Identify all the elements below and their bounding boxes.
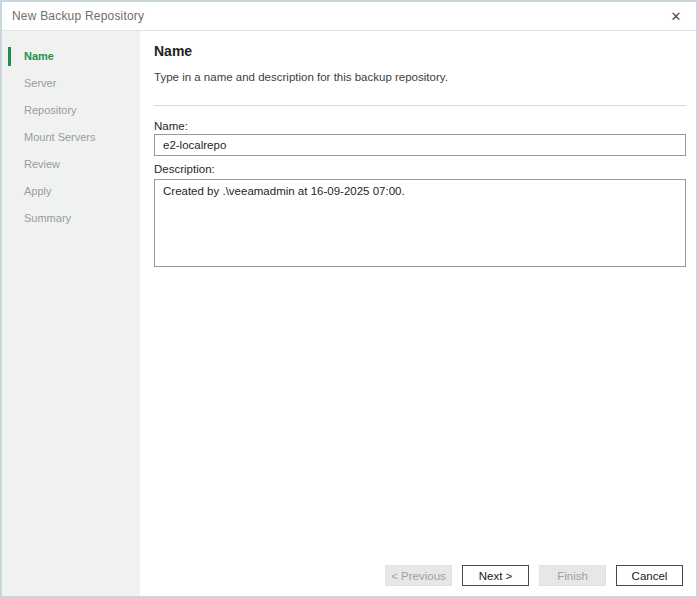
new-backup-repository-dialog: New Backup Repository ✕ Name Server Repo…	[0, 0, 698, 598]
wizard-buttons: < Previous Next > Finish Cancel	[385, 565, 683, 586]
wizard-steps-sidebar: Name Server Repository Mount Servers Rev…	[2, 31, 140, 596]
close-icon[interactable]: ✕	[664, 5, 688, 27]
sidebar-item-mount-servers[interactable]: Mount Servers	[2, 124, 140, 151]
sidebar-item-label: Review	[24, 158, 60, 170]
previous-button[interactable]: < Previous	[385, 565, 452, 586]
window-title: New Backup Repository	[12, 9, 144, 23]
sidebar-item-apply[interactable]: Apply	[2, 178, 140, 205]
sidebar-item-label: Summary	[24, 212, 71, 224]
sidebar-item-review[interactable]: Review	[2, 151, 140, 178]
cancel-button[interactable]: Cancel	[616, 565, 683, 586]
next-button[interactable]: Next >	[462, 565, 529, 586]
description-field-label: Description:	[154, 163, 215, 175]
sidebar-item-name[interactable]: Name	[2, 43, 140, 70]
sidebar-item-label: Server	[24, 77, 56, 89]
sidebar-item-repository[interactable]: Repository	[2, 97, 140, 124]
active-step-indicator	[8, 47, 11, 66]
titlebar: New Backup Repository ✕	[2, 2, 696, 31]
sidebar-item-label: Mount Servers	[24, 131, 96, 143]
finish-button[interactable]: Finish	[539, 565, 606, 586]
sidebar-item-label: Name	[24, 50, 54, 62]
repository-name-input[interactable]	[154, 134, 686, 156]
sidebar-item-summary[interactable]: Summary	[2, 205, 140, 232]
page-title: Name	[154, 43, 192, 59]
sidebar-item-server[interactable]: Server	[2, 70, 140, 97]
page-subtitle: Type in a name and description for this …	[154, 71, 448, 83]
dialog-body: Name Server Repository Mount Servers Rev…	[2, 31, 696, 596]
wizard-content: Name Type in a name and description for …	[140, 31, 696, 596]
repository-description-textarea[interactable]: Created by .\veeamadmin at 16-09-2025 07…	[154, 179, 686, 267]
name-field-label: Name:	[154, 120, 188, 132]
section-divider	[154, 105, 686, 106]
sidebar-item-label: Repository	[24, 104, 77, 116]
sidebar-item-label: Apply	[24, 185, 52, 197]
